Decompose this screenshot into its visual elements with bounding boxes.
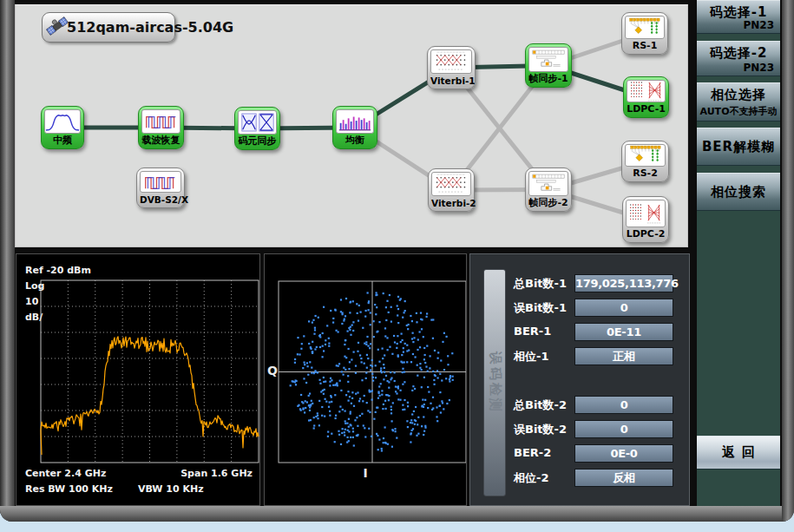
ber-row-value: 179,025,113,776 <box>574 274 673 292</box>
ber-row-total-bits-2: 总Bit数-2 0 <box>470 396 689 414</box>
block-label: LDPC-1 <box>627 102 666 116</box>
constellation-panel: Q I <box>264 253 467 506</box>
rs-tree-icon <box>625 16 665 39</box>
block-label: Viterbi-1 <box>430 74 472 88</box>
block-label: 均衡 <box>336 134 374 148</box>
block-label: 中频 <box>44 134 81 148</box>
spectrum-span-label: Span 1.6 GHz <box>180 468 253 479</box>
ber-row-value: 0 <box>574 396 673 414</box>
spectrum-analyzer-panel: Ref -20 dBm Log 10 dB/ Center 2.4 GHz Sp… <box>16 253 260 506</box>
ber-row-value: 0E-0 <box>574 444 673 463</box>
rs-tree-icon <box>625 144 666 167</box>
block-label: 帧同步-2 <box>528 196 568 210</box>
block-dvb-s2x[interactable]: DVB-S2/X <box>136 167 185 208</box>
block-label: 载波恢复 <box>141 134 180 148</box>
ber-row-value: 0 <box>574 299 673 317</box>
ber-row-phase-2: 相位-2 反相 <box>470 469 689 487</box>
ber-row-phase-1: 相位-1 正相 <box>470 347 689 365</box>
ber-row-value: 0 <box>574 420 673 438</box>
carrier-wave-icon <box>140 171 181 193</box>
block-frame-sync-2[interactable]: 帧同步-2 <box>525 167 572 212</box>
ber-deambiguity-button[interactable]: BER解模糊 <box>697 128 780 166</box>
button-label: 返回 <box>715 444 762 461</box>
ber-row-label: 总Bit数-1 <box>514 276 567 292</box>
button-value: PN23 <box>743 19 774 31</box>
ber-panel: 误码检测 总Bit数-1 179,025,113,776 误Bit数-1 0 B… <box>469 253 690 506</box>
block-label: 码元同步 <box>238 135 277 148</box>
trellis-icon <box>431 172 471 196</box>
block-label: DVB-S2/X <box>140 193 181 207</box>
i-axis-label: I <box>265 466 466 480</box>
carrier-wave-icon <box>141 109 180 134</box>
ber-row-value: 0E-11 <box>574 323 673 341</box>
ber-row-label: 相位-1 <box>514 349 548 365</box>
button-label: 相位搜索 <box>711 184 766 200</box>
ber-row-label: 误Bit数-1 <box>514 300 567 316</box>
block-rs-1[interactable]: RS-1 <box>621 12 668 55</box>
bandpass-curve-icon <box>44 109 81 134</box>
block-ldpc-2[interactable]: LDPC-2 <box>622 196 669 243</box>
satellite-icon <box>46 15 69 41</box>
ber-row-total-bits-1: 总Bit数-1 179,025,113,776 <box>470 274 689 292</box>
frame-struct-icon <box>528 171 568 196</box>
ber-row-value: 正相 <box>574 347 673 365</box>
q-axis-label: Q <box>267 364 278 378</box>
spectrum-log-label: Log <box>25 280 44 292</box>
ber-row-label: 相位-2 <box>514 470 548 486</box>
desktop-background: 中频载波恢复码元同步均衡DVB-S2/XViterbi-1Viterbi-2帧同… <box>0 0 794 532</box>
ber-row-error-bits-2: 误Bit数-2 0 <box>470 420 689 438</box>
sidebar: 码选择-1 PN23 码选择-2 PN23 相位选择 AUTO不支持手动 BER… <box>697 0 780 506</box>
spectrum-unit-label: dB/ <box>25 312 43 323</box>
code-select-1-button[interactable]: 码选择-1 PN23 <box>697 0 780 34</box>
window-frame-left <box>0 0 15 522</box>
block-label: RS-2 <box>625 167 666 181</box>
button-value: AUTO不支持手动 <box>697 105 780 118</box>
window-frame-bottom <box>0 506 794 522</box>
ber-row-ber-2: BER-2 0E-0 <box>470 444 689 463</box>
block-viterbi-1[interactable]: Viterbi-1 <box>427 46 476 89</box>
ber-row-ber-1: BER-1 0E-11 <box>470 323 689 341</box>
signal-profile-button[interactable]: 512qam-aircas-5.04G <box>42 12 175 43</box>
block-label: Viterbi-2 <box>431 196 471 210</box>
button-label: 码选择-2 <box>697 42 780 62</box>
spectrum-center-label: Center 2.4 GHz <box>25 468 106 479</box>
signal-chain-panel: 中频载波恢复码元同步均衡DVB-S2/XViterbi-1Viterbi-2帧同… <box>15 4 688 247</box>
phase-select-button[interactable]: 相位选择 AUTO不支持手动 <box>697 82 780 122</box>
spectrum-vbw-label: VBW 10 KHz <box>138 483 204 495</box>
ldpc-graph-icon <box>626 200 666 227</box>
button-label: 码选择-1 <box>697 1 780 21</box>
block-carrier-recovery[interactable]: 载波恢复 <box>138 106 184 149</box>
spectrum-ref-label: Ref -20 dBm <box>25 265 91 276</box>
trellis-icon <box>430 49 472 74</box>
ldpc-graph-icon <box>627 80 666 102</box>
ber-row-label: BER-2 <box>514 446 551 459</box>
phase-search-button[interactable]: 相位搜索 <box>697 173 780 211</box>
block-label: LDPC-2 <box>626 227 666 241</box>
code-select-2-button[interactable]: 码选择-2 PN23 <box>697 41 780 76</box>
app-window: 中频载波恢复码元同步均衡DVB-S2/XViterbi-1Viterbi-2帧同… <box>0 0 794 522</box>
ber-row-label: 总Bit数-2 <box>514 397 567 413</box>
block-symbol-sync[interactable]: 码元同步 <box>234 107 280 150</box>
ber-row-value: 反相 <box>574 469 673 487</box>
spectrum-rbw-label: Res BW 100 KHz <box>25 483 113 495</box>
window-frame-right <box>782 0 794 522</box>
frame-struct-icon <box>528 47 568 72</box>
block-label: 帧同步-1 <box>528 72 568 86</box>
back-button[interactable]: 返回 <box>697 436 780 470</box>
button-label: 相位选择 <box>697 83 780 103</box>
block-label: RS-1 <box>625 39 665 53</box>
block-rs-2[interactable]: RS-2 <box>621 141 669 182</box>
spectrum-scale-label: 10 <box>25 296 38 307</box>
block-viterbi-2[interactable]: Viterbi-2 <box>428 168 475 212</box>
equalizer-bars-icon <box>336 109 374 134</box>
block-if[interactable]: 中频 <box>41 106 84 149</box>
eye-diagram-icon <box>238 110 277 135</box>
block-frame-sync-1[interactable]: 帧同步-1 <box>525 43 572 88</box>
ber-row-error-bits-1: 误Bit数-1 0 <box>470 299 689 317</box>
signal-profile-label: 512qam-aircas-5.04G <box>67 19 233 36</box>
button-value: PN23 <box>743 62 774 74</box>
ber-row-label: 误Bit数-2 <box>514 422 567 437</box>
ber-row-label: BER-1 <box>514 325 551 338</box>
block-ldpc-1[interactable]: LDPC-1 <box>623 76 669 118</box>
block-equalizer[interactable]: 均衡 <box>332 106 377 149</box>
